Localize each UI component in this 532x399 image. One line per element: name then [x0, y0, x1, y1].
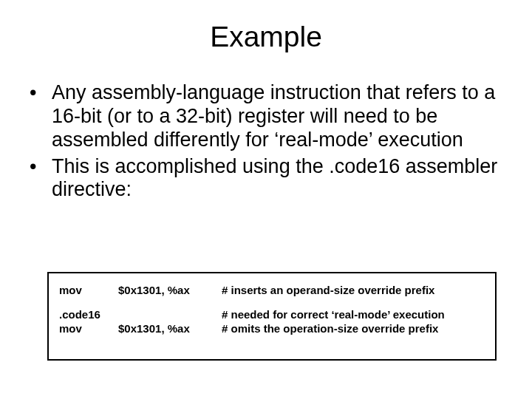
code-table: mov $0x1301, %ax # inserts an operand-si…: [59, 284, 485, 335]
code-row: mov $0x1301, %ax # inserts an operand-si…: [59, 284, 485, 298]
slide: Example Any assembly-language instructio…: [0, 0, 532, 399]
code-args: [118, 308, 222, 322]
code-op: mov: [59, 284, 118, 298]
bullet-list: Any assembly-language instruction that r…: [22, 81, 510, 202]
code-comment: # omits the operation-size override pref…: [222, 322, 485, 336]
code-comment: # inserts an operand-size override prefi…: [222, 284, 485, 298]
bullet-item: Any assembly-language instruction that r…: [22, 81, 510, 152]
slide-body: Any assembly-language instruction that r…: [0, 61, 532, 202]
code-op: mov: [59, 322, 118, 336]
code-example-box: mov $0x1301, %ax # inserts an operand-si…: [47, 272, 497, 361]
code-args: $0x1301, %ax: [118, 322, 222, 336]
bullet-item: This is accomplished using the .code16 a…: [22, 155, 510, 202]
code-op: .code16: [59, 308, 118, 322]
code-comment: # needed for correct ‘real-mode’ executi…: [222, 308, 485, 322]
code-row: .code16 # needed for correct ‘real-mode’…: [59, 308, 485, 322]
slide-title: Example: [0, 0, 532, 61]
code-row: mov $0x1301, %ax # omits the operation-s…: [59, 322, 485, 336]
code-spacer: [59, 298, 485, 308]
code-args: $0x1301, %ax: [118, 284, 222, 298]
